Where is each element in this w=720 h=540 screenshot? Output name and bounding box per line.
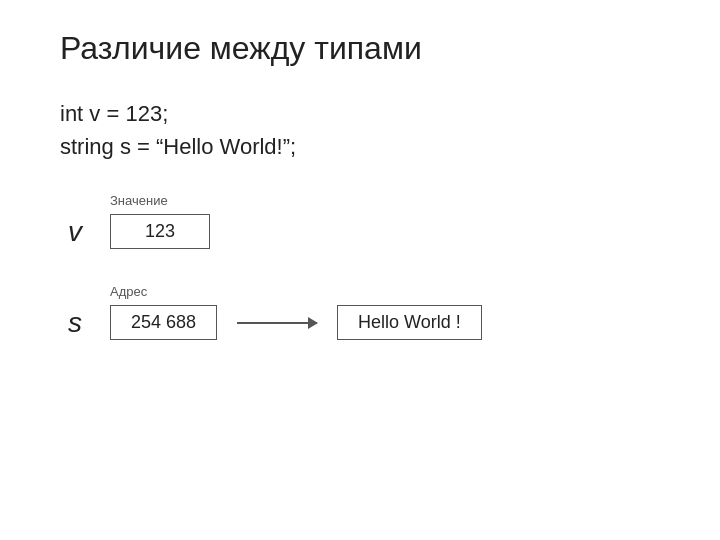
s-row-inner: s 254 688 Hello World ! <box>60 305 670 340</box>
s-row: Адрес s 254 688 Hello World ! <box>60 284 670 340</box>
code-line-1: int v = 123; <box>60 97 670 130</box>
s-address-box: 254 688 <box>110 305 217 340</box>
v-row-inner: v 123 <box>60 214 670 249</box>
s-var-label: s <box>60 307 90 339</box>
slide: Различие между типами int v = 123; strin… <box>0 0 720 540</box>
s-box-label: Адрес <box>110 284 670 299</box>
v-box-label: Значение <box>110 193 670 208</box>
v-var-label: v <box>60 216 90 248</box>
v-value-box: 123 <box>110 214 210 249</box>
s-value-box: Hello World ! <box>337 305 482 340</box>
v-row: Значение v 123 <box>60 193 670 249</box>
code-block: int v = 123; string s = “Hello World!”; <box>50 97 670 163</box>
arrow-line <box>237 322 317 324</box>
slide-title: Различие между типами <box>50 30 670 67</box>
arrow <box>237 322 317 324</box>
code-line-2: string s = “Hello World!”; <box>60 130 670 163</box>
diagram: Значение v 123 Адрес s 254 688 Hello Wor… <box>50 193 670 340</box>
